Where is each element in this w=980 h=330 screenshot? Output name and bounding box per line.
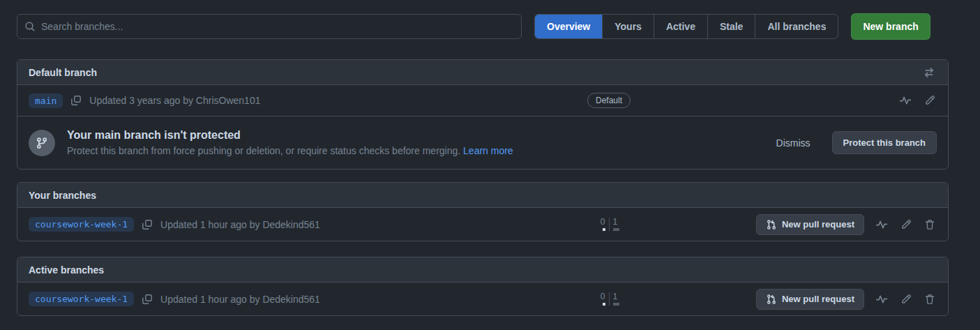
default-badge: Default <box>587 93 631 108</box>
copy-branch-name-icon[interactable] <box>140 218 154 232</box>
notice-title: Your main branch isn't protected <box>67 129 764 142</box>
ahead-behind-widget: 0 1 <box>598 292 621 306</box>
tab-stale[interactable]: Stale <box>708 15 755 38</box>
behind-count-cell: 0 <box>598 218 609 231</box>
branch-info: main Updated 3 years ago by ChrisOwen101 <box>29 93 490 108</box>
branch-name-link[interactable]: coursework-week-1 <box>29 292 134 306</box>
activity-icon[interactable] <box>898 93 913 108</box>
branch-status-column: 0 1 <box>490 292 728 306</box>
activity-icon[interactable] <box>874 217 889 232</box>
ahead-bar <box>613 303 619 306</box>
section-title: Your branches <box>29 190 96 201</box>
copy-branch-name-icon[interactable] <box>69 93 83 107</box>
behind-count-cell: 0 <box>598 292 609 306</box>
branch-updated-text: Updated 1 hour ago by Dedekind561 <box>160 294 320 305</box>
ahead-behind-widget: 0 1 <box>598 218 621 231</box>
branches-toolbar: Overview Yours Active Stale All branches… <box>17 13 949 40</box>
ahead-count-cell: 1 <box>610 218 621 231</box>
active-branches-section: Active branches coursework-week-1 Update… <box>17 257 949 316</box>
copy-branch-name-icon[interactable] <box>140 292 154 306</box>
git-branch-avatar <box>29 130 55 156</box>
delete-branch-trash-icon[interactable] <box>923 218 937 232</box>
search-branches-input-wrapper[interactable] <box>17 14 522 39</box>
default-branch-section: Default branch main Updated 3 years ago … <box>17 59 949 170</box>
ahead-count: 1 <box>613 218 618 227</box>
notice-description: Protect this branch from force pushing o… <box>67 145 764 156</box>
active-branches-header: Active branches <box>17 257 948 283</box>
your-branches-header: Your branches <box>17 183 948 208</box>
notice-text: Your main branch isn't protected Protect… <box>67 129 764 156</box>
section-title: Default branch <box>29 67 97 78</box>
default-branch-header: Default branch <box>17 60 948 85</box>
branch-updated-text: Updated 3 years ago by ChrisOwen101 <box>89 95 260 106</box>
branch-actions <box>728 93 937 108</box>
behind-count: 0 <box>601 292 605 301</box>
activity-icon[interactable] <box>874 292 889 307</box>
branch-row-coursework-week-1: coursework-week-1 Updated 1 hour ago by … <box>17 283 948 315</box>
branch-name-link[interactable]: coursework-week-1 <box>29 217 134 232</box>
rename-branch-pencil-icon[interactable] <box>899 218 913 232</box>
new-branch-button[interactable]: New branch <box>851 13 930 40</box>
git-pull-request-icon <box>766 219 777 230</box>
branch-info: coursework-week-1 Updated 1 hour ago by … <box>29 217 490 232</box>
branch-status-column: Default <box>490 93 728 108</box>
your-branches-section: Your branches coursework-week-1 Updated … <box>17 182 949 241</box>
ahead-bar <box>613 228 619 231</box>
branch-row-main: main Updated 3 years ago by ChrisOwen101… <box>17 85 948 116</box>
new-pull-request-label: New pull request <box>782 219 854 230</box>
tab-yours[interactable]: Yours <box>603 15 654 38</box>
notice-description-text: Protect this branch from force pushing o… <box>67 145 460 156</box>
section-title: Active branches <box>29 264 104 276</box>
new-pull-request-button[interactable]: New pull request <box>756 289 864 310</box>
git-pull-request-icon <box>766 294 777 305</box>
search-icon <box>24 21 36 32</box>
branch-row-coursework-week-1: coursework-week-1 Updated 1 hour ago by … <box>17 208 948 241</box>
rename-branch-pencil-icon[interactable] <box>899 292 913 306</box>
compare-branches-icon[interactable] <box>921 65 937 80</box>
ahead-count: 1 <box>613 292 618 301</box>
branch-status-column: 0 1 <box>490 218 728 231</box>
learn-more-link[interactable]: Learn more <box>463 145 513 156</box>
branch-actions: New pull request <box>728 289 937 310</box>
dismiss-button[interactable]: Dismiss <box>776 137 811 149</box>
branch-info: coursework-week-1 Updated 1 hour ago by … <box>29 292 490 306</box>
tab-active[interactable]: Active <box>654 15 708 38</box>
behind-bar <box>603 228 605 231</box>
branch-name-link[interactable]: main <box>29 93 63 108</box>
new-pull-request-label: New pull request <box>782 294 854 304</box>
behind-count: 0 <box>601 218 605 227</box>
delete-branch-trash-icon[interactable] <box>923 292 937 306</box>
tab-all-branches[interactable]: All branches <box>755 15 838 38</box>
protect-branch-button[interactable]: Protect this branch <box>832 131 937 154</box>
ahead-count-cell: 1 <box>610 292 621 306</box>
tab-overview[interactable]: Overview <box>535 15 603 38</box>
rename-branch-pencil-icon[interactable] <box>923 93 937 107</box>
branch-protection-notice: Your main branch isn't protected Protect… <box>17 116 948 169</box>
behind-bar <box>603 303 605 306</box>
branch-actions: New pull request <box>728 214 937 235</box>
search-branches-input[interactable] <box>41 21 514 32</box>
branch-filter-tabs: Overview Yours Active Stale All branches <box>534 14 838 39</box>
branch-updated-text: Updated 1 hour ago by Dedekind561 <box>160 219 320 230</box>
new-pull-request-button[interactable]: New pull request <box>756 214 864 235</box>
